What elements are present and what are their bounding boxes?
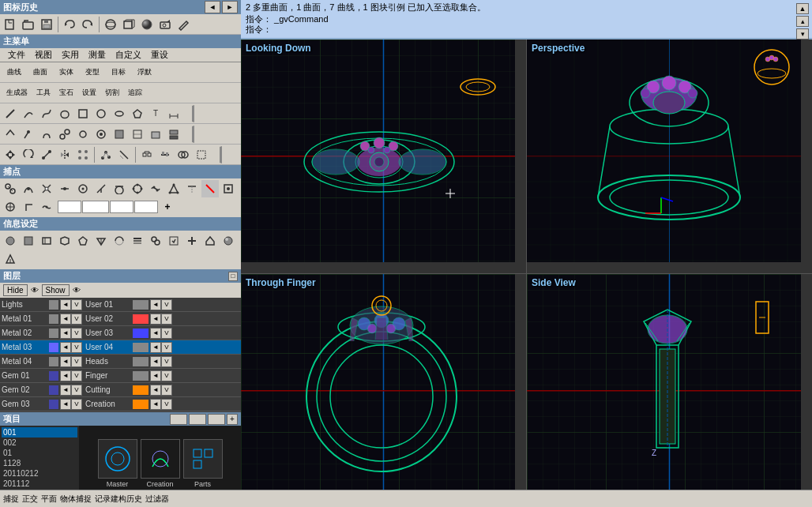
cmd-scroll-up[interactable]: ▴: [796, 16, 809, 27]
layer-left-btn2[interactable]: V: [71, 299, 82, 310]
draw-t9[interactable]: [147, 126, 164, 143]
layer-row[interactable]: Metal 04◄VHeads◄V: [0, 355, 241, 369]
draw-dim[interactable]: [165, 105, 182, 122]
tf-align[interactable]: [156, 146, 174, 163]
draw-ellipse[interactable]: [111, 105, 128, 122]
tb-sphere[interactable]: [102, 16, 119, 33]
projects-tab2[interactable]: [189, 414, 206, 425]
snap-quad[interactable]: [129, 180, 146, 197]
layer-row[interactable]: Metal 01◄VUser 02◄V: [0, 312, 241, 326]
layer-right-btn2[interactable]: V: [161, 370, 172, 381]
info-b10[interactable]: [165, 232, 182, 250]
snap-perp[interactable]: [92, 180, 110, 197]
snap-input-3[interactable]: 0.5: [110, 201, 133, 213]
layer-left-btn1[interactable]: ◄: [60, 385, 71, 396]
layer-left-btn2[interactable]: V: [71, 385, 82, 396]
vp-scrollbar-v-2[interactable]: [801, 39, 812, 273]
layer-right-btn1[interactable]: ◄: [150, 356, 161, 367]
info-b13[interactable]: [220, 232, 237, 250]
btn-deform[interactable]: 变型: [80, 64, 105, 81]
snap-proj[interactable]: [183, 180, 201, 197]
snap-near[interactable]: [20, 180, 37, 197]
snap-input-1[interactable]: 0.1: [58, 201, 81, 213]
tf-rotate[interactable]: [20, 146, 37, 163]
layer-right-btn2[interactable]: V: [161, 356, 172, 367]
project-list-item[interactable]: 201112: [2, 479, 77, 489]
draw-t1[interactable]: [2, 126, 19, 143]
tb-render[interactable]: [138, 16, 156, 33]
draw-t7[interactable]: [111, 126, 128, 143]
snap-end[interactable]: [2, 180, 19, 197]
snap-input-2[interactable]: 0.25: [82, 201, 109, 213]
tb-camera[interactable]: [156, 16, 174, 33]
layer-right-btn1[interactable]: ◄: [150, 299, 161, 310]
layer-left-btn2[interactable]: V: [71, 314, 82, 325]
snap-input-4[interactable]: 1.0: [134, 201, 158, 213]
layers-expand[interactable]: □: [228, 272, 238, 281]
tb-save[interactable]: [38, 16, 55, 33]
viewport-perspective[interactable]: Perspective: [527, 39, 812, 273]
layer-row[interactable]: Gem 03◄VCreation◄V: [0, 397, 241, 411]
draw-rect[interactable]: [74, 105, 92, 122]
layer-row[interactable]: Gem 02◄VCutting◄V: [0, 383, 241, 397]
menu-file[interactable]: 文件: [3, 48, 30, 62]
snap-r4[interactable]: [38, 198, 55, 216]
btn-target[interactable]: 目标: [106, 64, 131, 81]
viewport-side-view[interactable]: Side View: [527, 274, 812, 508]
draw-bezier[interactable]: [38, 105, 55, 122]
layer-row[interactable]: Metal 02◄VUser 03◄V: [0, 326, 241, 340]
cmd-scroll-down[interactable]: ▾: [796, 28, 809, 39]
btn-trace[interactable]: 追踪: [124, 84, 146, 102]
layer-right-btn1[interactable]: ◄: [150, 370, 161, 381]
layer-left-btn2[interactable]: V: [71, 356, 82, 367]
draw-text[interactable]: T: [147, 105, 164, 122]
btn-generator[interactable]: 生成器: [2, 84, 32, 102]
layer-right-btn1[interactable]: ◄: [150, 342, 161, 353]
info-b7[interactable]: [111, 232, 128, 250]
vp-scrollbar-h-1[interactable]: [241, 262, 515, 273]
tf-trim[interactable]: [115, 146, 133, 163]
draw-t5[interactable]: [74, 126, 92, 143]
tf-bool[interactable]: [175, 146, 192, 163]
show-btn[interactable]: Show: [42, 284, 70, 296]
menu-util[interactable]: 实用: [57, 48, 84, 62]
snap-mid[interactable]: [56, 180, 73, 197]
tb-box[interactable]: [120, 16, 137, 33]
draw-t2[interactable]: [20, 126, 37, 143]
snap-center[interactable]: [74, 180, 92, 197]
hide-btn[interactable]: Hide: [3, 284, 28, 296]
tf-move[interactable]: [2, 146, 19, 163]
snap-vertex[interactable]: [165, 180, 182, 197]
snap-r1[interactable]: [220, 180, 237, 197]
snap-r3[interactable]: [20, 198, 37, 216]
snap-tan[interactable]: [111, 180, 128, 197]
project-list-item[interactable]: 001: [2, 427, 77, 438]
menu-view[interactable]: 视图: [30, 48, 57, 62]
layer-left-btn1[interactable]: ◄: [60, 299, 71, 310]
tb-pencil[interactable]: [175, 16, 192, 33]
menu-reset[interactable]: 重设: [146, 48, 173, 62]
draw-t8[interactable]: [129, 126, 146, 143]
layer-row[interactable]: Gem 01◄VFinger◄V: [0, 369, 241, 383]
vp-scrollbar-v-4[interactable]: [801, 274, 812, 508]
layer-left-btn2[interactable]: V: [71, 370, 82, 381]
layer-right-btn1[interactable]: ◄: [150, 385, 161, 396]
draw-t3[interactable]: [38, 126, 55, 143]
snap-add[interactable]: +: [159, 198, 176, 216]
layer-left-btn2[interactable]: V: [71, 328, 82, 339]
layer-left-btn1[interactable]: ◄: [60, 342, 71, 353]
project-list-item[interactable]: 20110212: [2, 468, 77, 479]
tf-cage[interactable]: [193, 146, 210, 163]
info-b8[interactable]: [129, 232, 146, 250]
btn-cut[interactable]: 切割: [101, 84, 123, 102]
info-b14[interactable]: [2, 250, 19, 268]
layer-right-btn2[interactable]: V: [161, 342, 172, 353]
tf-group[interactable]: [138, 146, 156, 163]
draw-arc[interactable]: [20, 105, 37, 122]
tf-point-edit[interactable]: [97, 146, 115, 163]
layer-left-btn1[interactable]: ◄: [60, 399, 71, 410]
tb-undo[interactable]: [61, 16, 78, 33]
info-b2[interactable]: [20, 232, 37, 250]
menu-measure[interactable]: 测量: [84, 48, 111, 62]
draw-more[interactable]: [183, 105, 194, 122]
